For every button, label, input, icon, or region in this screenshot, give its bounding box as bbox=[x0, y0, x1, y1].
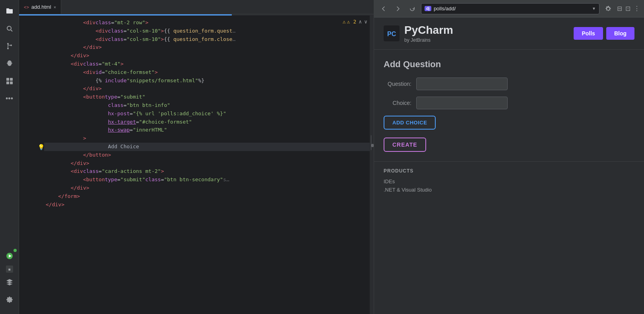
question-label: Question: bbox=[384, 81, 411, 87]
warning-badge: ⚠ ⚠ 2 bbox=[343, 18, 356, 26]
search-icon[interactable] bbox=[2, 21, 17, 37]
create-button[interactable]: CREATE bbox=[384, 138, 426, 152]
nav-down-btn[interactable]: ∨ bbox=[364, 18, 367, 26]
add-html-tab[interactable]: <> add.html × bbox=[19, 0, 61, 14]
code-line: </div> bbox=[44, 184, 370, 192]
code-line: </div> bbox=[44, 85, 370, 93]
git-icon[interactable] bbox=[2, 38, 17, 54]
svg-rect-9 bbox=[10, 81, 13, 84]
gutter: 💡 bbox=[37, 16, 44, 314]
pycharm-title: PyCharm bbox=[404, 24, 453, 37]
tab-filename: add.html bbox=[31, 4, 51, 10]
code-line: class="btn btn-info" bbox=[44, 101, 370, 110]
code-line: <button type="submit" class="btn btn-sec… bbox=[44, 176, 370, 184]
svg-point-3 bbox=[7, 48, 9, 49]
add-choice-button[interactable]: ADD CHOICE bbox=[384, 116, 436, 130]
editor-area: <> add.html × ⚠ ⚠ 2 ∧ ∨ bbox=[19, 0, 374, 314]
code-line-highlighted: Add Choice bbox=[44, 143, 370, 151]
code-line: </div> bbox=[44, 43, 370, 52]
svg-line-1 bbox=[11, 30, 12, 31]
pycharm-subtitle: by JetBrains bbox=[404, 37, 453, 43]
terminal-icon[interactable]: ■ bbox=[6, 266, 13, 273]
line-numbers bbox=[19, 16, 37, 314]
extensions-icon[interactable] bbox=[2, 73, 17, 89]
browser-refresh-button[interactable] bbox=[407, 3, 418, 14]
form-section: Add Question Question: Choice: ADD CHOIC… bbox=[374, 50, 644, 161]
code-content: 💡 <div class="mt-2 row" > <div bbox=[19, 16, 374, 314]
open-browser-icon[interactable]: ⊡ bbox=[625, 5, 630, 12]
panel-toggle-icon[interactable]: ⊟ bbox=[617, 5, 622, 12]
code-line: <div class="mt-2 row" > bbox=[44, 19, 370, 27]
code-lines[interactable]: <div class="mt-2 row" > <div class="col-… bbox=[44, 16, 370, 314]
code-editor[interactable]: ⚠ ⚠ 2 ∧ ∨ bbox=[19, 16, 374, 314]
pycharm-logo: PC PyCharm by JetBrains bbox=[384, 24, 453, 43]
svg-text:PC: PC bbox=[387, 31, 396, 37]
activity-bar: ••• ■ bbox=[0, 0, 19, 314]
more-icon[interactable]: ••• bbox=[2, 91, 17, 107]
django-badge: dj bbox=[425, 6, 431, 11]
choice-input[interactable] bbox=[416, 97, 508, 109]
debug-icon[interactable] bbox=[2, 56, 17, 72]
browser-forward-button[interactable] bbox=[392, 3, 403, 14]
question-form-field: Question: bbox=[384, 78, 634, 90]
browser-settings-button[interactable] bbox=[603, 3, 614, 14]
code-line: <div id="choice-formset" > bbox=[44, 68, 370, 77]
vertical-scrollbar[interactable] bbox=[370, 16, 374, 314]
pycharm-logo-icon: PC bbox=[384, 25, 400, 41]
code-line: </div> bbox=[44, 159, 370, 168]
ides-link[interactable]: IDEs bbox=[384, 178, 634, 184]
products-section: PRODUCTS IDEs .NET & Visual Studio bbox=[374, 161, 644, 202]
browser-url-bar[interactable]: dj polls/add/ ▼ bbox=[421, 3, 599, 14]
code-line: <div class="card-actions mt-2" > bbox=[44, 167, 370, 176]
code-line: </form> bbox=[44, 192, 370, 201]
form-title: Add Question bbox=[384, 59, 634, 70]
net-vs-link[interactable]: .NET & Visual Studio bbox=[384, 187, 634, 193]
browser-panel: dj polls/add/ ▼ ⊟ ⊡ ⋮ PC bbox=[374, 0, 644, 314]
code-line: <div class="col-sm-10" > {{ question_for… bbox=[44, 27, 370, 35]
svg-point-0 bbox=[7, 26, 11, 30]
url-text: polls/add/ bbox=[434, 6, 456, 12]
url-dropdown-icon[interactable]: ▼ bbox=[592, 6, 596, 11]
question-input[interactable] bbox=[416, 78, 508, 90]
choice-form-field: Choice: bbox=[384, 97, 634, 109]
tab-bar: <> add.html × bbox=[19, 0, 374, 14]
html-file-icon: <> bbox=[24, 5, 29, 10]
svg-rect-6 bbox=[6, 78, 9, 81]
more-options-icon[interactable]: ⋮ bbox=[634, 5, 640, 12]
choice-label: Choice: bbox=[384, 100, 411, 106]
code-line: <div class="mt-4" > bbox=[44, 60, 370, 68]
nav-up-btn[interactable]: ∧ bbox=[359, 18, 362, 26]
warning-icon: ⚠ bbox=[343, 18, 346, 26]
lightbulb-icon[interactable]: 💡 bbox=[38, 143, 45, 151]
polls-nav-btn[interactable]: Polls bbox=[574, 27, 603, 40]
browser-content: PC PyCharm by JetBrains Polls Blog Add Q… bbox=[374, 17, 644, 314]
svg-point-2 bbox=[7, 43, 9, 45]
pycharm-header: PC PyCharm by JetBrains Polls Blog bbox=[374, 17, 644, 50]
code-line: hx-target="#choice-formset" bbox=[44, 118, 370, 126]
products-title: PRODUCTS bbox=[384, 168, 634, 174]
run-icon[interactable] bbox=[2, 248, 17, 264]
folder-icon[interactable] bbox=[2, 3, 17, 19]
browser-toolbar: dj polls/add/ ▼ ⊟ ⊡ ⋮ bbox=[374, 0, 644, 17]
code-line: <div class="col-sm-10" > {{ question_for… bbox=[44, 35, 370, 44]
code-line: </button> bbox=[44, 151, 370, 159]
code-line: {% include "snippets/formset.html" %} bbox=[44, 77, 370, 85]
svg-rect-7 bbox=[10, 78, 13, 81]
browser-back-button[interactable] bbox=[378, 3, 389, 14]
code-line: <button type="submit" bbox=[44, 93, 370, 101]
svg-rect-8 bbox=[6, 81, 9, 84]
code-line: </div> bbox=[44, 201, 370, 209]
code-line: </div> bbox=[44, 52, 370, 60]
pycharm-brand-text: PyCharm by JetBrains bbox=[404, 24, 453, 43]
code-line: hx-post="{% url 'polls:add_choice' %}" bbox=[44, 110, 370, 118]
code-line: > bbox=[44, 134, 370, 143]
settings-icon[interactable] bbox=[2, 292, 17, 308]
layers-icon[interactable] bbox=[2, 274, 17, 290]
pycharm-nav: Polls Blog bbox=[574, 27, 634, 40]
code-line: hx-swap="innerHTML" bbox=[44, 126, 370, 134]
blog-nav-btn[interactable]: Blog bbox=[606, 27, 634, 40]
tab-close-button[interactable]: × bbox=[54, 5, 56, 10]
